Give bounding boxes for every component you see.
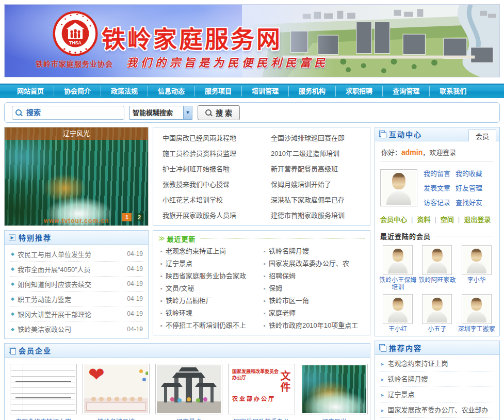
update-link[interactable]: 铁岭市区一角 xyxy=(262,295,365,307)
nav-services[interactable]: 服务项目 xyxy=(195,86,242,96)
link-friend-manage[interactable]: 好友管理 xyxy=(456,183,482,192)
link-my-favorites[interactable]: 我的收藏 xyxy=(456,168,482,178)
update-link[interactable]: 文员/文秘 xyxy=(158,282,262,295)
divider xyxy=(435,236,494,236)
update-link[interactable]: 国家发展改革委办公厅、农 xyxy=(262,257,365,270)
recent-members-title: 最近登陆的会员 xyxy=(380,231,431,241)
member-avatar xyxy=(462,245,492,275)
news-link[interactable]: 我旗开展家政服务人员培 xyxy=(153,208,262,223)
search-button[interactable]: 搜 索 xyxy=(198,105,240,120)
association-name: 铁岭市家庭服务业协会 xyxy=(20,58,128,69)
dotted-divider xyxy=(200,238,365,239)
special-item[interactable]: ◆ 农民工与用人单位发生劳 04-19 xyxy=(10,247,143,262)
update-link[interactable]: 铁岭名牌月嫂 xyxy=(262,245,365,257)
member-item[interactable]: 李小华 xyxy=(457,245,496,291)
update-link[interactable]: 铁岭环境 xyxy=(158,307,262,319)
link-my-messages[interactable]: 我的留言 xyxy=(424,168,450,178)
news-link[interactable]: 新开营养配餐员高级班 xyxy=(262,161,370,177)
search-mode-select[interactable]: 智能模糊搜索 xyxy=(129,106,192,120)
double-chevron-icon: ≫ xyxy=(158,235,165,242)
slideshow-image xyxy=(5,127,148,225)
nav-contact[interactable]: 联系我们 xyxy=(430,86,476,96)
enterprise-item[interactable]: 老观念约束持证上岗 xyxy=(10,364,77,420)
news-link[interactable]: 小红花艺术培训学校 xyxy=(153,192,262,208)
member-item[interactable]: 深圳李工搬家 xyxy=(457,294,496,333)
special-item[interactable]: ◆ 职工劳动能力鉴定 04-19 xyxy=(10,292,143,306)
special-item[interactable]: ◆ 如何知道何时应该去续交 04-19 xyxy=(10,277,143,292)
panel-title: 特别推荐 xyxy=(19,232,52,243)
photo-slideshow[interactable]: 辽宁风光 www.tvtour.com.cn 1 2 xyxy=(4,127,149,226)
svg-text:THSA: THSA xyxy=(69,40,82,45)
recent-updates-panel: ≫ 最近更新 老观念约束持证上岗 铁岭名牌月嫂 辽宁景点 国家发展改革委办公厅、… xyxy=(153,230,370,335)
nav-home[interactable]: 网站首页 xyxy=(7,86,54,96)
update-link[interactable]: 铁岭市政府2010年10项重点工 xyxy=(262,319,365,332)
special-item[interactable]: ◆ 铁岭美洁家政公司 04-19 xyxy=(10,321,143,336)
item-date: 04-19 xyxy=(127,295,143,302)
special-item[interactable]: ◆ 银冈大讲堂开展干部理论 04-19 xyxy=(10,306,143,321)
confetti-decoration xyxy=(139,369,143,373)
link-logout[interactable]: 退出登录 xyxy=(464,214,491,224)
recommend-link[interactable]: 辽宁景点 xyxy=(380,387,494,402)
special-item[interactable]: ◆ 我市全面开展“4050”人员 04-19 xyxy=(10,262,143,277)
nav-query[interactable]: 查询管理 xyxy=(383,86,430,96)
enterprise-item[interactable]: 辽宁景点 xyxy=(155,364,222,420)
news-link[interactable]: 2010年二级建造师培训 xyxy=(262,146,370,161)
pages-icon xyxy=(9,347,15,354)
news-link[interactable]: 全国沙滩排球巡回赛在即 xyxy=(262,131,370,146)
enterprise-item[interactable]: 铁岭名牌月嫂 xyxy=(83,364,150,420)
link-space[interactable]: 空间 xyxy=(441,214,464,224)
member-avatar xyxy=(383,245,413,275)
search-input[interactable] xyxy=(12,106,124,120)
update-link[interactable]: 招聘保姆 xyxy=(262,270,365,282)
update-link[interactable]: 保姆 xyxy=(262,282,365,295)
news-link[interactable]: 保姆月嫂培训开始了 xyxy=(262,177,370,192)
update-link[interactable]: 老观念约束持证上岗 xyxy=(158,245,262,257)
news-link[interactable]: 护士冲刺班开始报名啦 xyxy=(153,161,262,177)
update-link[interactable]: 铁岭万昌橱柜厂 xyxy=(158,295,262,307)
recommend-link[interactable]: 铁岭名牌月嫂 xyxy=(380,371,494,387)
main-nav: 网站首页 协会简介 政策法规 信息动态 服务项目 培训管理 服务机构 求职招聘 … xyxy=(0,84,504,98)
pages-icon xyxy=(379,344,386,351)
link-visitor-log[interactable]: 访客记录 xyxy=(424,197,450,207)
enterprise-thumb-gate xyxy=(157,365,221,413)
bullet-arrow-icon: ◆ xyxy=(11,266,14,271)
link-post-article[interactable]: 发表文章 xyxy=(424,183,450,192)
enterprise-item[interactable]: 辽宁风光 xyxy=(301,364,368,420)
slideshow-page-1[interactable]: 1 xyxy=(122,213,132,221)
enterprise-item[interactable]: 国家发展和改革委员会办公厅 农业部办公厅 文件 国家发展改革委办公 xyxy=(228,364,295,420)
recommend-link[interactable]: 老观念约束持证上岗 xyxy=(380,356,494,371)
link-member-center[interactable]: 会员中心 xyxy=(380,214,417,224)
item-date: 04-19 xyxy=(127,326,143,333)
user-avatar[interactable] xyxy=(380,169,417,206)
update-link[interactable]: 陕西省家庭服务业协会家政 xyxy=(158,270,262,282)
people-row xyxy=(91,397,96,401)
update-link[interactable]: 不停招工不断培训仍跟不上 xyxy=(158,319,262,332)
member-item[interactable]: 铁岭阿旺家政 xyxy=(417,245,457,291)
news-link[interactable]: 张教授来我们中心授课 xyxy=(153,177,262,192)
slideshow-page-2[interactable]: 2 xyxy=(135,213,144,221)
recommend-link[interactable]: 不停招工不断培训仍跟不上需求 家 xyxy=(380,418,494,420)
update-link[interactable]: 家庭老师 xyxy=(262,307,365,319)
news-link[interactable]: 深港私下家政雇佣早已存 xyxy=(262,192,370,208)
member-item[interactable]: 铁岭小王保姆培训 xyxy=(378,245,417,291)
news-link[interactable]: 中国房改已经风雨兼程地 xyxy=(153,131,262,146)
update-link[interactable]: 辽宁景点 xyxy=(158,257,262,270)
member-item[interactable]: 小五子 xyxy=(417,294,457,333)
member-avatar xyxy=(383,294,413,324)
member-item[interactable]: 王小红 xyxy=(378,294,417,333)
news-link[interactable]: 施工员检验员资料员监理 xyxy=(153,146,262,161)
link-profile[interactable]: 资料 xyxy=(417,214,440,224)
nav-association-intro[interactable]: 协会简介 xyxy=(54,86,101,96)
nav-agencies[interactable]: 服务机构 xyxy=(289,86,336,96)
search-bar: 智能模糊搜索 ▼ 搜 索 xyxy=(4,102,500,123)
panel-arrow-icon: ▶ xyxy=(9,234,15,241)
tab-member[interactable]: 会员 xyxy=(468,130,496,141)
recommend-link[interactable]: 国家发展改革委办公厅、农业部办 xyxy=(380,402,494,418)
nav-policies[interactable]: 政策法规 xyxy=(101,86,148,96)
nav-news[interactable]: 信息动态 xyxy=(148,86,195,96)
news-link[interactable]: 建德市首期家政服务培训 xyxy=(262,208,370,223)
banner-strip xyxy=(86,402,146,411)
link-find-friends[interactable]: 查找好友 xyxy=(456,197,482,207)
nav-jobs[interactable]: 求职招聘 xyxy=(336,86,383,96)
nav-training[interactable]: 培训管理 xyxy=(242,86,289,96)
